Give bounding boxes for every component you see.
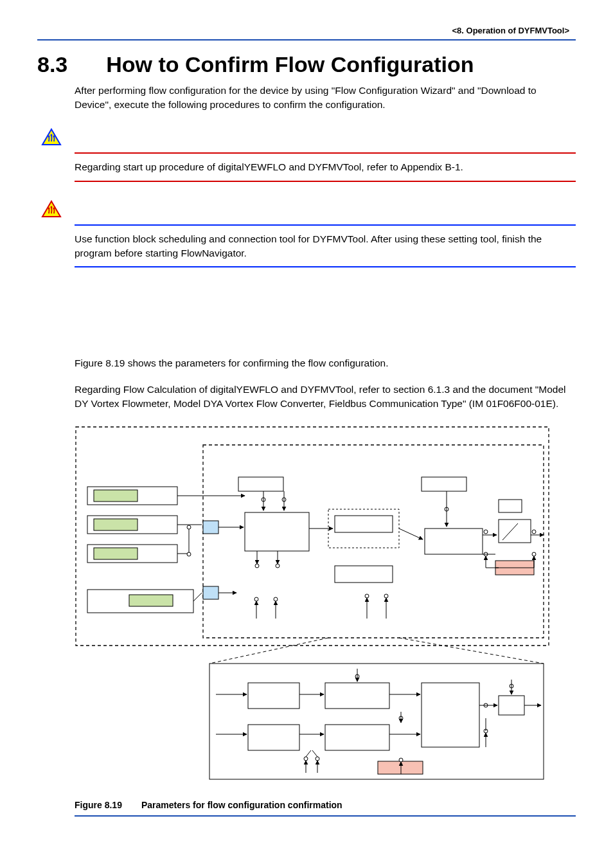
svg-rect-80 [499,696,524,715]
section-heading: 8.3 How to Confirm Flow Configuration [37,52,576,77]
svg-line-59 [399,529,423,539]
svg-rect-17 [129,595,173,606]
svg-point-84 [399,758,403,762]
svg-point-42 [365,594,369,598]
svg-rect-24 [335,566,393,583]
svg-rect-76 [248,725,299,750]
page-header: <8. Operation of DYFMVTool> [37,26,576,35]
svg-rect-15 [94,548,138,559]
notice-block-2: Use function block scheduling and connec… [37,200,576,267]
svg-rect-11 [94,490,138,502]
svg-point-32 [484,530,488,534]
section-title: How to Confirm Flow Configuration [106,52,474,77]
svg-rect-13 [94,519,138,530]
svg-rect-26 [425,529,483,554]
footer-rule [75,815,576,817]
section-number: 8.3 [37,52,67,77]
svg-point-40 [255,564,259,568]
notice-block-1: Regarding start up procedure of digitalY… [37,128,576,182]
header-rule [37,39,576,41]
mid-text: Figure 8.19 shows the parameters for con… [75,356,576,411]
attention-icon [41,128,576,149]
svg-rect-23 [335,516,393,532]
svg-rect-29 [499,500,522,512]
svg-point-35 [532,552,536,556]
svg-point-34 [532,530,536,534]
svg-point-41 [276,564,280,568]
svg-line-70 [209,638,328,664]
svg-point-88 [304,757,308,761]
svg-point-38 [254,597,258,601]
svg-rect-75 [248,683,299,709]
figure-title: Parameters for flow configuration confir… [141,800,342,810]
svg-point-89 [315,757,319,761]
mid-para-1: Figure 8.19 shows the parameters for con… [75,356,576,370]
svg-point-30 [187,525,191,529]
svg-rect-21 [245,512,309,551]
figure-caption: Figure 8.19 Parameters for flow configur… [75,800,576,810]
svg-rect-72 [209,664,544,779]
svg-point-31 [187,552,191,556]
notice-text-1: Regarding start up procedure of digitalY… [75,154,576,181]
svg-rect-77 [325,683,389,709]
figure-number: Figure 8.19 [75,800,122,810]
attention-icon [41,200,576,221]
intro-paragraph: After performing flow configuration for … [75,84,576,111]
svg-line-71 [399,638,544,664]
svg-rect-78 [325,725,389,750]
notice-rule-bottom [75,181,576,182]
figure-diagram [75,426,550,788]
notice-rule-bottom [75,266,576,267]
svg-point-39 [274,597,278,601]
mid-para-2: Regarding Flow Calculation of digitalYEW… [75,383,576,411]
svg-rect-20 [238,477,283,491]
svg-rect-25 [422,477,466,491]
svg-rect-79 [422,683,479,747]
svg-rect-19 [203,586,218,599]
svg-point-43 [384,594,388,598]
svg-line-50 [193,593,202,601]
svg-rect-81 [378,761,423,774]
notice-text-2: Use function block scheduling and connec… [75,226,576,266]
svg-rect-18 [203,521,218,534]
